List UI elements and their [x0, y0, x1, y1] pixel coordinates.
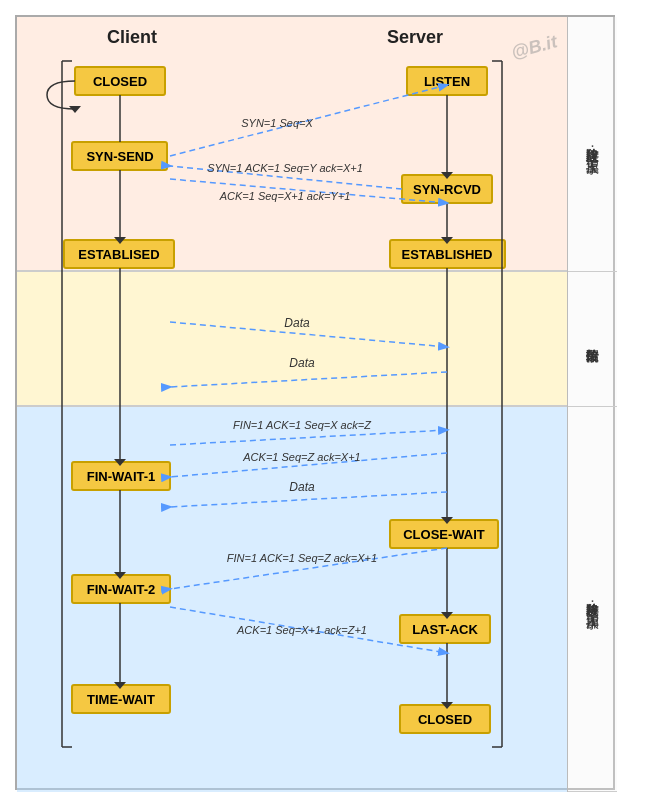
client-header: Client [107, 27, 157, 48]
label-close: 连接释放阶段：四次挥手 [568, 407, 617, 792]
phase-data [17, 272, 567, 407]
labels-area: 连接建立阶段：三次握手 数据传输阶段 连接释放阶段：四次挥手 [567, 17, 617, 792]
phase-close [17, 407, 567, 792]
label-data: 数据传输阶段 [568, 272, 617, 407]
main-container: Client Server CLOSED LISTEN SYN-SEND SYN… [15, 15, 615, 790]
phase-handshake [17, 17, 567, 272]
label-handshake: 连接建立阶段：三次握手 [568, 17, 617, 272]
server-header: Server [387, 27, 443, 48]
